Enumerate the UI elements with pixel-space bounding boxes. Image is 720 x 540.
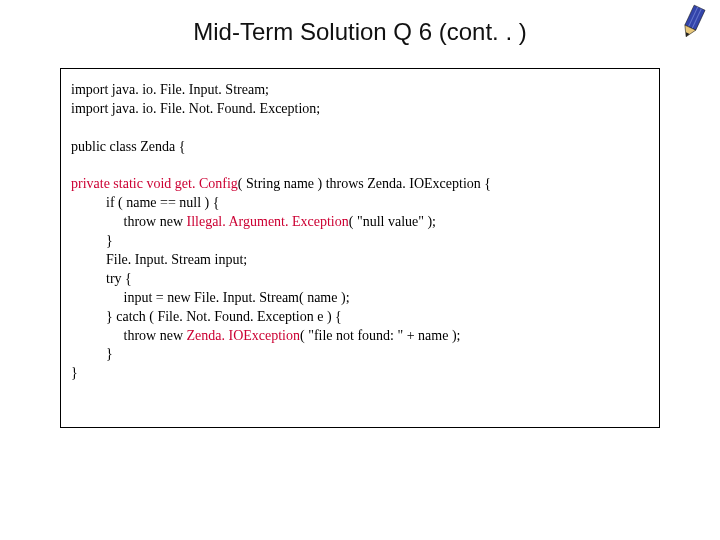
code-line: } [71,365,78,380]
code-line: try { [71,271,132,286]
code-line: ( "file not found: " + name ); [300,328,460,343]
code-line: ( "null value" ); [349,214,436,229]
code-line: throw new [71,328,187,343]
code-line: ( String name ) throws Zenda. IOExceptio… [238,176,491,191]
code-accent: private static void get. Config [71,176,238,191]
code-accent: Illegal. Argument. Exception [187,214,349,229]
code-line: } catch ( File. Not. Found. Exception e … [71,309,342,324]
code-line: } [71,233,113,248]
code-line: if ( name == null ) { [71,195,219,210]
code-line: public class Zenda { [71,139,185,154]
code-line: import java. io. File. Input. Stream; [71,82,269,97]
code-accent: Zenda. IOException [187,328,301,343]
code-line: } [71,346,113,361]
code-line: throw new [71,214,187,229]
code-box: import java. io. File. Input. Stream; im… [60,68,660,428]
code-line: File. Input. Stream input; [71,252,247,267]
slide: Mid-Term Solution Q 6 (cont. . ) import … [0,0,720,540]
code-line: input = new File. Input. Stream( name ); [71,290,350,305]
slide-title: Mid-Term Solution Q 6 (cont. . ) [0,18,720,46]
code-line: import java. io. File. Not. Found. Excep… [71,101,320,116]
